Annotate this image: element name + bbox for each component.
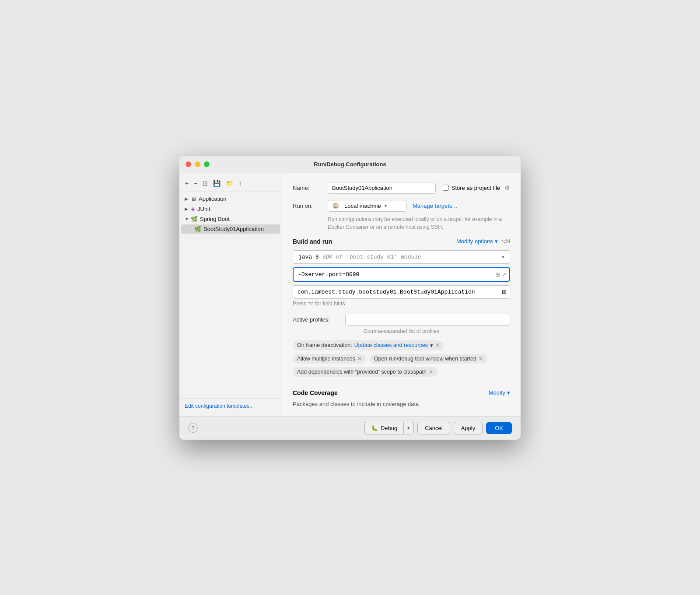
name-label: Name: xyxy=(293,185,328,191)
close-button[interactable] xyxy=(186,161,191,167)
tag-frame-chevron: ▾ xyxy=(430,342,433,349)
run-debug-window: Run/Debug Configurations + − ⊡ 💾 📁 ↕ ▶ 🖥… xyxy=(179,156,521,440)
run-on-row: Run on: 🏠 Local machine ▾ Manage targets… xyxy=(293,200,510,212)
manage-targets-link[interactable]: Manage targets… xyxy=(413,203,458,209)
ok-button[interactable]: OK xyxy=(486,422,512,434)
tag-frame-deactivation: On frame deactivation: Update classes an… xyxy=(293,340,444,350)
sidebar-item-application[interactable]: ▶ 🖥 Application xyxy=(181,194,280,203)
field-hints-content: Press ⌥ for field hints xyxy=(293,301,345,307)
main-class-input[interactable] xyxy=(293,285,510,299)
tag-open-debug: Open run/debug tool window when started … xyxy=(370,354,487,364)
sdk-dropdown[interactable]: java 8 SDK of 'boot-study-01' module ▾ xyxy=(293,250,510,264)
edit-templates-link[interactable]: Edit configuration templates... xyxy=(185,403,254,409)
name-input[interactable] xyxy=(328,182,436,194)
remove-config-button[interactable]: − xyxy=(192,178,200,188)
tag-open-debug-remove[interactable]: ✕ xyxy=(479,356,483,361)
maximize-button[interactable] xyxy=(204,161,210,167)
debug-button[interactable]: 🐛 Debug xyxy=(364,422,403,434)
run-on-hint: Run configurations may be executed local… xyxy=(328,215,510,231)
tag-add-dependencies-label: Add dependencies with “provided” scope t… xyxy=(297,369,427,375)
store-project-checkbox[interactable] xyxy=(443,185,449,191)
cancel-button[interactable]: Cancel xyxy=(417,422,450,434)
modify-options-button[interactable]: Modify options ▾ ⌥M xyxy=(456,238,510,245)
springboot-icon: 🌿 xyxy=(191,216,198,222)
vm-options-input[interactable] xyxy=(293,267,510,282)
main-class-wrap: ⊞ xyxy=(293,285,510,299)
section-divider xyxy=(293,383,510,383)
sidebar-footer: Edit configuration templates... xyxy=(179,399,282,413)
home-icon: 🏠 xyxy=(332,203,339,209)
tags-row-1: On frame deactivation: Update classes an… xyxy=(293,340,510,350)
copy-config-button[interactable]: ⊡ xyxy=(200,178,210,188)
sdk-hint: SDK of 'boot-study-01' module xyxy=(322,254,421,260)
coverage-hint: Packages and classes to include in cover… xyxy=(293,401,510,407)
run-on-label: Run on: xyxy=(293,203,328,209)
active-profiles-row: Active profiles: xyxy=(293,314,510,326)
sidebar-item-bootstudy[interactable]: 🌿 BootStudy01Application xyxy=(181,224,280,234)
expand-text-icon[interactable]: ⊞ xyxy=(495,271,500,278)
bottom-left: ? xyxy=(188,423,198,433)
tag-allow-multiple-label: Allow multiple instances xyxy=(297,356,355,362)
store-project-row: Store as project file ⚙ xyxy=(443,184,510,191)
code-coverage-title: Code Coverage xyxy=(293,389,338,396)
run-on-dropdown[interactable]: 🏠 Local machine ▾ xyxy=(328,200,406,212)
add-config-button[interactable]: + xyxy=(183,178,191,188)
main-class-expand-icon[interactable]: ⊞ xyxy=(502,289,507,295)
tag-add-dependencies-remove[interactable]: ✕ xyxy=(429,369,433,374)
bottom-bar: ? 🐛 Debug ▾ Cancel Apply OK xyxy=(179,416,521,440)
sidebar-toolbar: + − ⊡ 💾 📁 ↕ xyxy=(179,177,282,192)
tags-row-3: Add dependencies with “provided” scope t… xyxy=(293,367,510,377)
run-hint-text: Run configurations may be executed local… xyxy=(328,216,502,230)
debug-label: Debug xyxy=(381,425,397,431)
titlebar: Run/Debug Configurations xyxy=(179,156,521,173)
modify-options-shortcut: ⌥M xyxy=(500,238,510,244)
sidebar-item-junit[interactable]: ▶ ◈ JUnit xyxy=(181,204,280,214)
debug-dropdown-button[interactable]: ▾ xyxy=(403,422,414,434)
tag-add-dependencies: Add dependencies with “provided” scope t… xyxy=(293,367,438,377)
tag-open-debug-label: Open run/debug tool window when started xyxy=(374,356,476,362)
tag-frame-deactivation-prefix: On frame deactivation: xyxy=(297,342,352,348)
profiles-hint: Comma-separated list of profiles xyxy=(293,328,510,334)
apply-button[interactable]: Apply xyxy=(454,422,483,434)
sdk-text: java 8 SDK of 'boot-study-01' module xyxy=(298,254,421,260)
application-label: Application xyxy=(199,196,227,202)
sort-button[interactable]: ↕ xyxy=(236,178,244,188)
chevron-down-icon: ▾ xyxy=(385,203,387,208)
bottom-right: 🐛 Debug ▾ Cancel Apply OK xyxy=(364,422,512,434)
expand-window-icon[interactable]: ⤢ xyxy=(502,271,507,278)
sdk-chevron-icon: ▾ xyxy=(502,254,504,260)
sidebar-item-springboot[interactable]: ▼ 🌿 Spring Boot xyxy=(181,214,280,224)
application-icon: 🖥 xyxy=(191,196,196,202)
help-button[interactable]: ? xyxy=(188,423,198,433)
tags-row-2: Allow multiple instances ✕ Open run/debu… xyxy=(293,354,510,364)
active-profiles-input[interactable] xyxy=(345,314,510,326)
field-hints-text: Press ⌥ for field hints xyxy=(293,301,510,307)
new-folder-button[interactable]: 📁 xyxy=(224,178,235,188)
tag-allow-multiple-remove[interactable]: ✕ xyxy=(357,356,362,361)
tag-frame-remove-button[interactable]: ✕ xyxy=(435,343,440,348)
code-coverage-header: Code Coverage Modify ▾ xyxy=(293,389,510,396)
active-profiles-label: Active profiles: xyxy=(293,316,345,323)
window-title: Run/Debug Configurations xyxy=(314,161,386,168)
build-run-title: Build and run xyxy=(293,238,332,245)
main-content: + − ⊡ 💾 📁 ↕ ▶ 🖥 Application ▶ ◈ JUnit ▼ … xyxy=(179,173,521,416)
store-project-label: Store as project file xyxy=(452,185,500,191)
springboot-label: Spring Boot xyxy=(200,216,230,222)
minimize-button[interactable] xyxy=(195,161,200,167)
code-coverage-modify-chevron: ▾ xyxy=(507,389,510,396)
expand-arrow-application: ▶ xyxy=(185,196,191,201)
tag-frame-deactivation-link[interactable]: Update classes and resources xyxy=(354,342,428,348)
bootstudy-icon: 🌿 xyxy=(194,226,201,232)
debug-icon: 🐛 xyxy=(371,425,378,431)
code-coverage-modify-button[interactable]: Modify ▾ xyxy=(489,389,510,396)
expand-arrow-springboot: ▼ xyxy=(185,217,191,221)
modify-options-chevron: ▾ xyxy=(495,238,498,245)
tag-allow-multiple: Allow multiple instances ✕ xyxy=(293,354,366,364)
build-run-header: Build and run Modify options ▾ ⌥M xyxy=(293,238,510,245)
vm-options-wrap: ⊞ ⤢ xyxy=(293,267,510,282)
run-on-value: Local machine xyxy=(344,203,381,209)
gear-icon[interactable]: ⚙ xyxy=(504,184,510,191)
save-config-button[interactable]: 💾 xyxy=(211,178,223,188)
vm-options-actions: ⊞ ⤢ xyxy=(495,271,507,278)
bootstudy-label: BootStudy01Application xyxy=(203,226,264,232)
